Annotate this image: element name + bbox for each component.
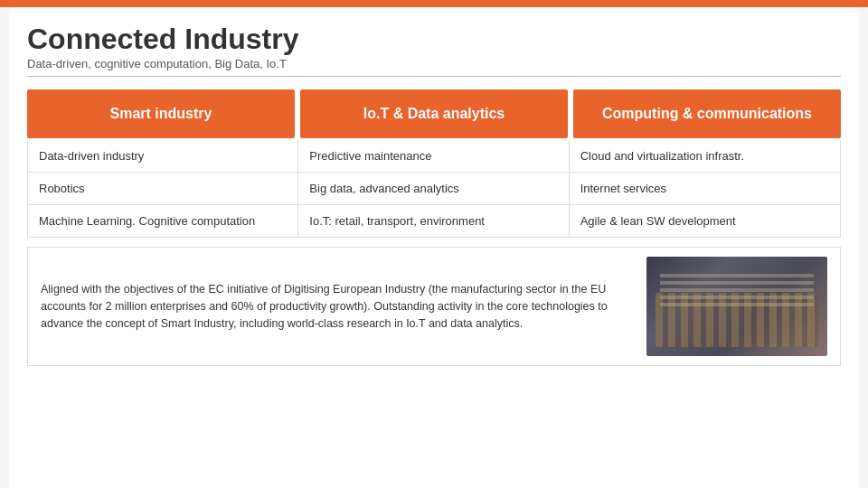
column-headers: Smart industry Io.T & Data analytics Com… — [27, 89, 841, 138]
data-rows: Data-driven industry Predictive maintena… — [27, 140, 841, 238]
column-header-computing: Computing & communications — [573, 89, 841, 138]
row2-col1: Robotics — [28, 173, 298, 205]
row3-col1: Machine Learning. Cognitive computation — [28, 205, 298, 237]
row2-col3: Internet services — [570, 173, 840, 205]
row2-col2: Big data, advanced analytics — [298, 173, 569, 205]
divider — [27, 76, 841, 77]
page-wrapper: Connected Industry Data-driven, cognitiv… — [9, 7, 859, 488]
row3-col3: Agile & lean SW development — [570, 205, 840, 237]
page-title: Connected Industry — [27, 23, 841, 55]
page-subtitle: Data-driven, cognitive computation, Big … — [27, 57, 841, 70]
bottom-image — [646, 257, 827, 356]
row1-col1: Data-driven industry — [28, 140, 298, 173]
row1-col2: Predictive maintenance — [298, 140, 569, 173]
top-bar — [0, 0, 868, 7]
column-header-smart-industry: Smart industry — [27, 89, 295, 138]
bottom-section: Aligned with the objectives of the EC in… — [27, 247, 841, 366]
bottom-text: Aligned with the objectives of the EC in… — [41, 281, 634, 332]
column-header-iot: Io.T & Data analytics — [300, 89, 568, 138]
row1-col3: Cloud and virtualization infrastr. — [570, 140, 840, 173]
row3-col2: Io.T: retail, transport, environment — [298, 205, 569, 237]
